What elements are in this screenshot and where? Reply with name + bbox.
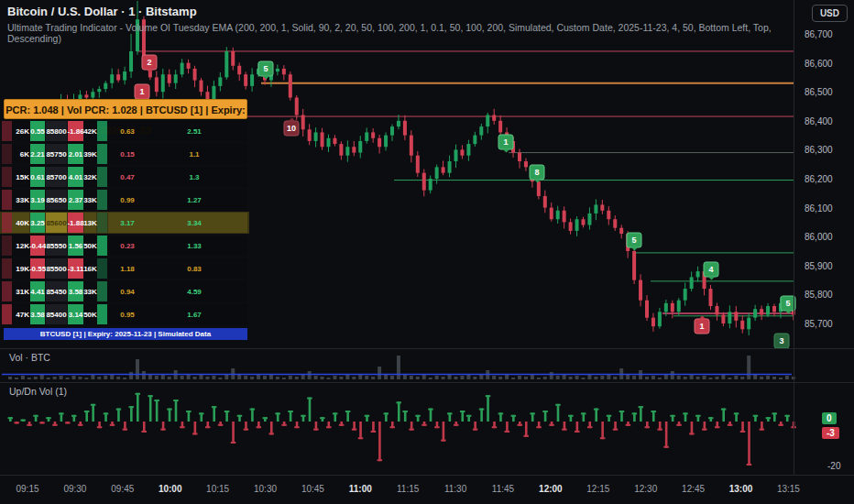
oi-pcr-value: 3.17 <box>115 219 140 227</box>
oi-ratio-value: 1.33 <box>180 242 209 250</box>
oi-cell: 0.951.67 <box>108 304 247 324</box>
price-axis-label: 85,700 <box>805 319 833 329</box>
oi-cell: 3.58 <box>30 304 45 324</box>
oi-cell: 0.471.3 <box>108 167 247 187</box>
oi-cell: 0.632.51 <box>108 121 247 141</box>
volume-panel-label[interactable]: Vol · BTC <box>9 352 50 363</box>
oi-cell: 3.14 <box>68 304 83 324</box>
oi-cell: 50K <box>84 304 96 324</box>
updn-value-badge-down: -3 <box>822 427 839 439</box>
time-axis[interactable]: 09:1509:3009:4510:0010:1510:3010:4511:00… <box>0 476 854 504</box>
oi-cell: 3.25 <box>30 213 45 233</box>
oi-cell <box>97 167 107 187</box>
oi-cell: 33K <box>84 281 96 301</box>
panel-separator[interactable] <box>0 382 854 383</box>
oi-cell: 32K <box>84 167 96 187</box>
oi-cell: 0.231.33 <box>108 236 247 256</box>
oi-cell <box>2 190 12 210</box>
currency-toggle-button[interactable]: USD <box>812 5 848 22</box>
oi-pcr-value: 0.94 <box>115 288 140 296</box>
oi-ratio-value: 1.3 <box>180 173 209 181</box>
oi-cell: -0.44 <box>30 236 45 256</box>
oi-table-row: 19K-0.5585500-3.1116K1.180.83 <box>0 257 249 279</box>
oi-cell <box>2 281 12 301</box>
oi-pcr-value: 0.15 <box>115 150 140 159</box>
time-axis-label: 13:15 <box>777 484 800 494</box>
oi-cell: 50K <box>84 236 96 256</box>
oi-cell <box>2 258 12 279</box>
updn-value-badge-up: 0 <box>822 412 837 424</box>
time-axis-label: 10:15 <box>206 484 229 494</box>
oi-cell <box>97 304 107 324</box>
price-axis-label: 86,500 <box>805 87 833 97</box>
trading-chart-window: 125101854153 Bitcoin / U.S. Dollar · 1 ·… <box>0 0 854 504</box>
updn-axis-label: -20 <box>827 461 840 471</box>
price-axis-label: 86,700 <box>805 29 833 39</box>
oi-cell: 19K <box>12 258 29 279</box>
indicator-title[interactable]: Ultimate Trading Indicator - Volume OI T… <box>7 22 777 44</box>
oi-cell: 15K <box>12 167 29 187</box>
oi-ratio-value: 0.83 <box>180 265 209 273</box>
time-axis-label: 09:45 <box>111 484 134 494</box>
oi-cell <box>2 213 12 233</box>
oi-cell: -1.88 <box>68 213 83 233</box>
oi-cell: 42K <box>84 121 96 141</box>
oi-ratio-value: 1.67 <box>180 311 209 319</box>
price-axis-label: 86,100 <box>805 203 833 213</box>
time-axis-label: 12:30 <box>634 484 657 494</box>
oi-table-row: 47K3.58854003.1450K0.951.67 <box>0 303 249 325</box>
oi-cell: 85750 <box>46 144 67 164</box>
time-axis-label: 11:30 <box>444 484 466 494</box>
price-axis-label: 86,000 <box>805 232 833 242</box>
oi-cell: 13K <box>84 213 96 233</box>
oi-cell <box>97 281 107 301</box>
oi-cell: 1.180.83 <box>108 258 247 279</box>
oi-cell: 85550 <box>46 236 67 256</box>
time-axis-label: 10:00 <box>159 484 182 494</box>
oi-cell: -1.86 <box>68 121 83 141</box>
oi-cell: 47K <box>12 304 29 324</box>
oi-ratio-value: 1.1 <box>180 150 209 159</box>
oi-cell: 85700 <box>46 167 67 187</box>
time-axis-label: 09:30 <box>63 484 86 494</box>
oi-cell: 6K <box>12 144 29 164</box>
oi-cell: 85800 <box>46 121 67 141</box>
oi-cell: 3.173.34 <box>108 213 247 233</box>
time-axis-label: 11:00 <box>349 484 372 494</box>
time-axis-label: 09:15 <box>16 484 38 494</box>
oi-cell: 33K <box>12 190 29 210</box>
oi-table-row: 26K0.5585800-1.8642K0.632.51 <box>0 120 249 142</box>
oi-cell <box>97 213 107 233</box>
oi-cell: 4.41 <box>30 281 45 301</box>
oi-cell <box>2 304 12 324</box>
oi-cell: 85650 <box>46 190 67 210</box>
time-axis-label: 12:45 <box>682 484 705 494</box>
oi-cell: 40K <box>12 213 29 233</box>
oi-pcr-value: 0.23 <box>115 242 140 250</box>
oi-table: 26K0.5585800-1.8642K0.632.516K2.21857502… <box>0 120 249 326</box>
price-axis-label: 85,900 <box>805 260 833 270</box>
oi-cell: 1.56 <box>68 236 83 256</box>
oi-cell: -0.55 <box>30 258 45 279</box>
price-axis-label: 86,400 <box>805 115 833 126</box>
panel-separator[interactable] <box>0 348 854 349</box>
oi-cell: 85450 <box>46 281 67 301</box>
oi-cell: 2.01 <box>68 144 83 164</box>
oi-pcr-value: 1.18 <box>115 265 140 273</box>
oi-cell: 31K <box>12 281 29 301</box>
oi-ratio-value: 1.27 <box>180 196 209 204</box>
oi-cell: 16K <box>84 258 96 279</box>
symbol-title[interactable]: Bitcoin / U.S. Dollar · 1 · Bitstamp <box>7 5 777 18</box>
oi-table-footer: BTCUSD [1] | Expiry: 2025-11-23 | Simula… <box>4 328 247 340</box>
oi-table-row: 40K3.2585600-1.8813K3.173.34 <box>0 212 249 234</box>
oi-cell <box>97 258 107 279</box>
time-axis-label: 13:00 <box>729 484 753 494</box>
oi-cell: 26K <box>12 121 29 141</box>
oi-cell: 12K <box>12 236 29 256</box>
oi-cell: 4.01 <box>68 167 83 187</box>
oi-cell <box>97 236 107 256</box>
updn-panel-label[interactable]: Up/Dn Vol (1) <box>9 386 67 397</box>
oi-ratio-value: 4.59 <box>180 288 209 296</box>
oi-cell <box>97 190 107 210</box>
oi-cell <box>97 144 107 164</box>
